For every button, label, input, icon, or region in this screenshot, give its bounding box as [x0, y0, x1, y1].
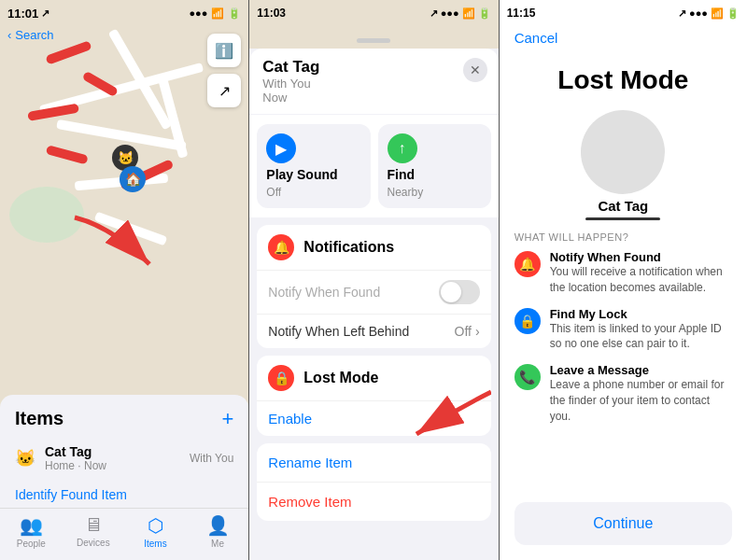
panel-detail: 11:03 ↗ ●●● 📶 🔋 Cat Tag With You Now ✕ ▶… [249, 0, 498, 560]
nav-me[interactable]: 👤 Me [187, 514, 249, 549]
me-icon: 👤 [206, 514, 230, 537]
device-circle [581, 110, 665, 194]
signal-icon-2: ●●● [441, 7, 459, 19]
nav-people-label: People [17, 539, 46, 549]
devices-icon: 🖥 [84, 514, 103, 536]
status-bar-1: 11:01 ↗ ●●● 📶 🔋 [0, 0, 248, 26]
device-name: Cat Tag [500, 198, 747, 214]
play-sound-icon: ▶ [266, 133, 296, 163]
map-controls: ℹ️ ↗ [207, 34, 241, 107]
nav-items[interactable]: ⬡ Items [124, 514, 187, 549]
happen-body-notify: You will receive a notification when the… [550, 264, 732, 296]
happen-body-message: Leave a phone number or email for the fi… [550, 377, 732, 424]
location-button[interactable]: ↗ [207, 74, 241, 107]
panel-lost-mode: 11:15 ↗ ●●● 📶 🔋 Cancel Lost Mode Cat Tag… [500, 0, 747, 560]
cat-tag-sub: Home · Now [45, 459, 180, 472]
find-nearby-card[interactable]: ↑ Find Nearby [378, 124, 491, 208]
sheet-header: Cat Tag With You Now ✕ [249, 49, 498, 114]
status-bar-3: 11:15 ↗ ●●● 📶 🔋 [500, 0, 747, 26]
enable-button[interactable]: Enable [268, 411, 312, 427]
item-actions-section: Rename Item Remove Item [257, 443, 490, 521]
notification-icon: 🔔 [268, 234, 294, 260]
search-label[interactable]: Search [15, 28, 53, 42]
status-time-3: 11:15 [507, 7, 536, 20]
signal-icon-3: ●●● [689, 7, 708, 19]
continue-button[interactable]: Continue [514, 502, 732, 545]
what-happen-label: WHAT WILL HAPPEN? [500, 231, 747, 243]
play-sound-label: Play Sound [266, 167, 360, 182]
happen-text-notify: Notify When Found You will receive a not… [550, 250, 732, 296]
happen-list: 🔔 Notify When Found You will receive a n… [500, 250, 747, 491]
happen-heading-lock: Find My Lock [550, 307, 732, 321]
battery-icon: 🔋 [228, 7, 241, 20]
park-area [9, 187, 84, 243]
happen-item-lock: 🔒 Find My Lock This item is linked to yo… [514, 307, 732, 353]
rename-button[interactable]: Rename Item [257, 443, 490, 482]
notify-behind-value: Off › [455, 324, 480, 339]
battery-icon-3: 🔋 [726, 7, 740, 20]
cancel-button[interactable]: Cancel [514, 30, 558, 46]
lost-mode-title: Lost Mode [500, 65, 747, 95]
sheet-handle [357, 38, 390, 43]
lost-mode-icon: 🔒 [268, 365, 294, 391]
nav-devices[interactable]: 🖥 Devices [63, 514, 125, 549]
sheet-title: Cat Tag [262, 58, 485, 77]
cat-tag-badge: With You [190, 452, 233, 465]
signal-icon: ●●● [189, 7, 207, 19]
cat-tag-info: Cat Tag Home · Now [45, 444, 180, 472]
find-label: Find [388, 167, 482, 182]
happen-item-notify: 🔔 Notify When Found You will receive a n… [514, 250, 732, 296]
identify-found-link[interactable]: Identify Found Item [15, 487, 233, 502]
find-sub: Nearby [388, 186, 482, 199]
notify-found-icon: 🔔 [514, 251, 541, 277]
notify-behind-row[interactable]: Notify When Left Behind Off › [257, 314, 490, 348]
notify-found-toggle[interactable] [439, 280, 480, 304]
happen-body-lock: This item is linked to your Apple ID so … [550, 321, 732, 353]
red-mark [46, 145, 89, 164]
notify-found-row[interactable]: Notify When Found [257, 270, 490, 314]
lost-mode-label: Lost Mode [303, 370, 378, 386]
panel-map: 11:01 ↗ ●●● 📶 🔋 ‹ Search ℹ️ ↗ [0, 0, 248, 560]
play-sound-card[interactable]: ▶ Play Sound Off [257, 124, 370, 208]
status-bar-2: 11:03 ↗ ●●● 📶 🔋 [249, 0, 498, 26]
people-icon: 👥 [20, 514, 43, 537]
close-button[interactable]: ✕ [463, 58, 487, 82]
notifications-label: Notifications [303, 239, 394, 256]
lost-mode-header-bar: Cancel [500, 26, 747, 56]
items-title: Items [15, 408, 63, 429]
status-time-2: 11:03 [257, 7, 286, 20]
cat-tag-row[interactable]: 🐱 Cat Tag Home · Now With You [15, 439, 233, 478]
back-button[interactable]: ‹ [7, 28, 11, 42]
happen-text-lock: Find My Lock This item is linked to your… [550, 307, 732, 353]
location-arrow-icon: ↗ [41, 7, 49, 20]
sheet-sub2: Now [262, 91, 485, 105]
items-sheet: Items + 🐱 Cat Tag Home · Now With You Id… [0, 395, 248, 508]
map-peek [249, 26, 498, 49]
sheet-sub1: With You [262, 77, 485, 91]
notify-behind-label: Notify When Left Behind [268, 324, 409, 339]
road [94, 212, 168, 246]
leave-message-icon: 📞 [514, 364, 541, 390]
nav-me-label: Me [211, 539, 224, 549]
lost-mode-section: 🔒 Lost Mode Enable [257, 356, 490, 436]
location-arrow-3: ↗ [678, 7, 686, 20]
add-item-button[interactable]: + [221, 409, 233, 429]
info-button[interactable]: ℹ️ [207, 34, 241, 67]
find-nearby-icon: ↑ [388, 133, 417, 163]
items-icon: ⬡ [148, 514, 163, 537]
enable-row[interactable]: Enable [257, 400, 490, 436]
nav-people[interactable]: 👥 People [0, 514, 63, 549]
bottom-nav: 👥 People 🖥 Devices ⬡ Items 👤 Me [0, 508, 248, 560]
find-lock-icon: 🔒 [514, 308, 541, 334]
remove-button[interactable]: Remove Item [257, 482, 490, 521]
notifications-section: 🔔 Notifications Notify When Found Notify… [257, 225, 490, 348]
status-time-1: 11:01 [7, 7, 38, 21]
red-mark [45, 40, 92, 64]
wifi-icon: 📶 [211, 7, 224, 20]
location-arrow-2: ↗ [430, 7, 438, 20]
home-pin: 🏠 [120, 166, 146, 192]
happen-heading-message: Leave a Message [550, 363, 732, 377]
nav-devices-label: Devices [77, 538, 110, 548]
wifi-icon-3: 📶 [711, 7, 724, 20]
notify-found-label: Notify When Found [268, 285, 380, 300]
